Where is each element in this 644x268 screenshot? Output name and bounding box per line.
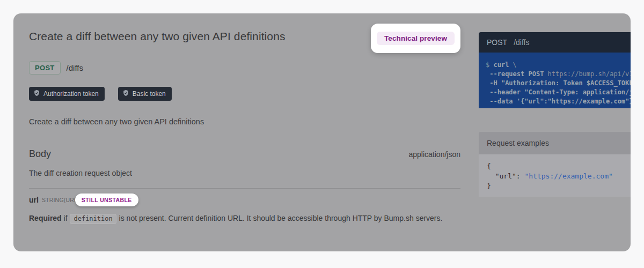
request-example-json: { "url": "https://example.com"} [479,154,631,197]
technical-preview-highlight-card: Technical preview [371,24,460,53]
request-examples-header: Request examples [479,132,631,154]
property-row-url: url STRING(URI) STILL UNSTABLE [29,192,138,207]
body-section-header: Body application/json [29,148,460,160]
http-method-badge: POST [29,61,61,75]
auth-badges-row: Authorization token Basic token [29,87,172,101]
body-heading: Body [29,148,51,160]
curl-example-panel: POST /diffs $ curl \ --request POST http… [479,32,631,108]
doc-text: if [62,214,70,222]
content-type-label: application/json [408,150,460,159]
endpoint-path: /diffs [67,63,83,72]
request-examples-panel: Request examples { "url": "https://examp… [479,132,631,197]
definition-code-chip: definition [70,214,116,224]
property-type: STRING(URI) [42,197,78,203]
operation-description: Create a diff between any two given API … [29,117,204,126]
panel-method: POST [487,38,507,47]
doc-text: is not present. Current definition URL. … [117,214,443,222]
doc-page-card: Create a diff between any two given API … [13,13,631,251]
property-doc-text: Required if definition is not present. C… [29,214,442,222]
auth-badge-label: Authorization token [43,90,99,98]
page-title: Create a diff between any two given API … [29,30,286,43]
panel-path: /diffs [514,38,529,47]
required-word: Required [29,214,62,222]
curl-panel-header: POST /diffs [479,32,631,53]
section-divider [29,188,460,189]
body-description: The diff creation request object [29,169,132,177]
auth-badge-label: Basic token [133,90,166,98]
auth-badge-basic-token[interactable]: Basic token [118,87,172,101]
curl-code: $ curl \ --request POST https://bump.sh/… [479,53,631,108]
endpoint-row: POST /diffs [29,61,83,75]
shield-check-icon [33,90,40,98]
auth-badge-authorization-token[interactable]: Authorization token [29,87,105,101]
property-name: url [29,196,39,204]
shield-check-icon [122,90,129,98]
still-unstable-badge: STILL UNSTABLE [75,193,138,206]
technical-preview-badge: Technical preview [377,32,455,45]
